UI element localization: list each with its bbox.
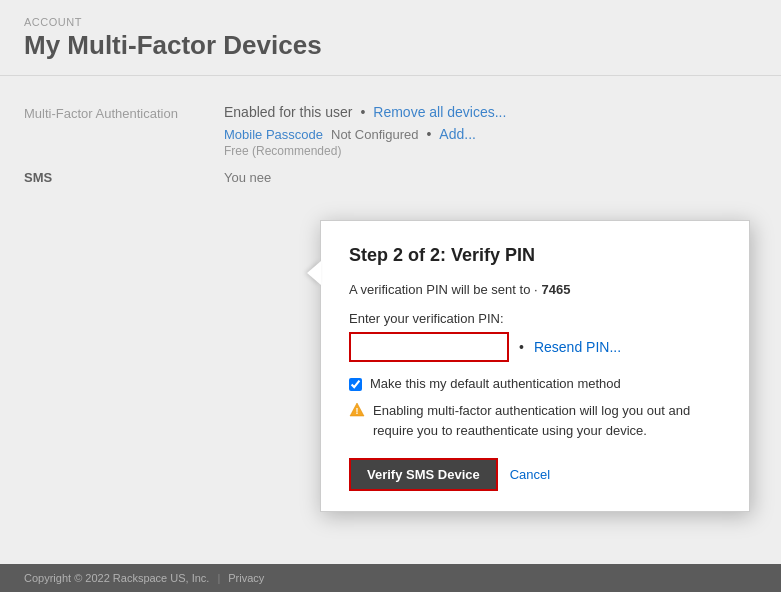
verify-sms-button[interactable]: Verify SMS Device bbox=[349, 458, 498, 491]
svg-text:!: ! bbox=[356, 406, 359, 416]
resend-pin-link[interactable]: Resend PIN... bbox=[534, 339, 621, 355]
modal-title: Step 2 of 2: Verify PIN bbox=[349, 245, 721, 266]
pin-row: • Resend PIN... bbox=[349, 332, 721, 362]
warning-icon: ! bbox=[349, 402, 365, 418]
verify-line-text: A verification PIN will be sent to · bbox=[349, 282, 538, 297]
warning-text: Enabling multi-factor authentication wil… bbox=[373, 401, 721, 440]
default-checkbox-label: Make this my default authentication meth… bbox=[370, 376, 621, 391]
pin-bullet: • bbox=[519, 339, 524, 355]
default-row: Make this my default authentication meth… bbox=[349, 376, 721, 391]
pin-input[interactable] bbox=[349, 332, 509, 362]
modal-arrow bbox=[307, 261, 321, 285]
phone-end: 7465 bbox=[542, 282, 571, 297]
cancel-button[interactable]: Cancel bbox=[510, 467, 550, 482]
default-checkbox[interactable] bbox=[349, 378, 362, 391]
verify-pin-modal: Step 2 of 2: Verify PIN A verification P… bbox=[320, 220, 750, 512]
pin-label: Enter your verification PIN: bbox=[349, 311, 721, 326]
modal-verify-line: A verification PIN will be sent to · 746… bbox=[349, 282, 721, 297]
modal-buttons: Verify SMS Device Cancel bbox=[349, 458, 721, 491]
warning-row: ! Enabling multi-factor authentication w… bbox=[349, 401, 721, 440]
